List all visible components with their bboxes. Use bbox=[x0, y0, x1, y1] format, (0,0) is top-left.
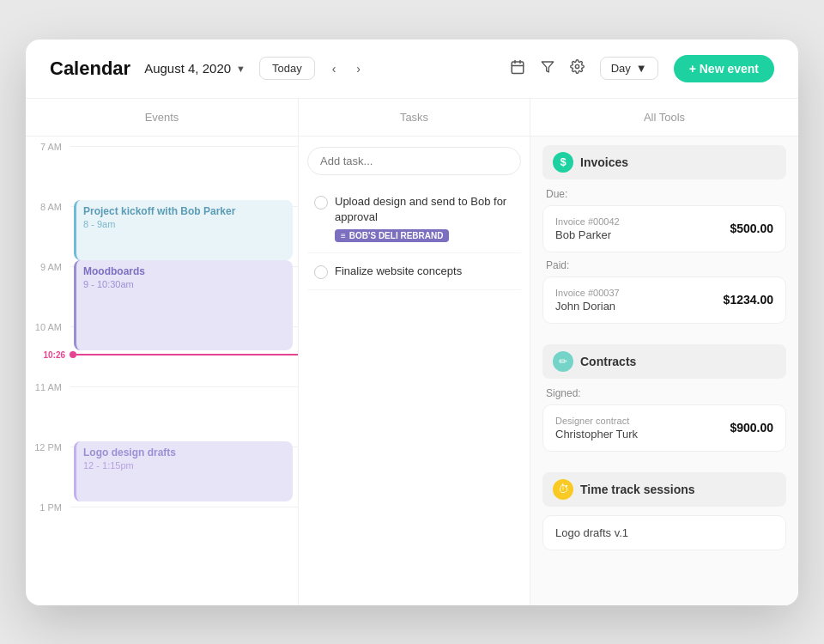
timetrack-row-1: Logo drafts v.1 bbox=[555, 526, 773, 539]
time-label-1pm: 1 PM bbox=[26, 501, 70, 513]
header: Calendar August 4, 2020 ▼ Today ‹ › bbox=[26, 39, 798, 99]
time-label-12pm: 12 PM bbox=[26, 440, 70, 453]
event-project-kickoff-time: 8 - 9am bbox=[83, 219, 286, 229]
tasks-area: Upload design and send to Bob for approv… bbox=[299, 137, 530, 301]
task-1-checkbox[interactable] bbox=[314, 196, 328, 210]
timetrack-card-1[interactable]: Logo drafts v.1 bbox=[542, 515, 786, 550]
invoices-due-label: Due: bbox=[542, 188, 786, 205]
time-label-8am: 8 AM bbox=[26, 200, 70, 212]
invoice-card-1[interactable]: Invoice #00042 Bob Parker $500.00 bbox=[542, 205, 786, 252]
prev-arrow-button[interactable]: ‹ bbox=[329, 58, 340, 79]
time-divider-7am bbox=[70, 146, 298, 147]
task-2-label: Finalize website concepts bbox=[335, 264, 514, 279]
invoice-2-name: John Dorian bbox=[555, 300, 620, 313]
tools-column: All Tools $ Invoices Due: Invoice #00042… bbox=[530, 99, 798, 605]
invoices-icon: $ bbox=[553, 152, 573, 173]
tasks-column: Tasks Upload design and send to Bob for … bbox=[299, 99, 530, 605]
view-chevron-icon: ▼ bbox=[636, 62, 647, 75]
invoices-section: $ Invoices Due: Invoice #00042 Bob Parke… bbox=[530, 137, 798, 336]
contract-card-1[interactable]: Designer contract Christopher Turk $900.… bbox=[542, 404, 786, 452]
invoices-title: Invoices bbox=[580, 155, 628, 169]
timetrack-section: ⏱ Time track sessions Logo drafts v.1 bbox=[530, 464, 798, 562]
event-moodboards[interactable]: Moodboards 9 - 10:30am bbox=[74, 260, 293, 350]
event-logo-title: Logo design drafts bbox=[83, 447, 286, 459]
invoices-paid-label: Paid: bbox=[542, 259, 786, 276]
time-divider-1pm bbox=[70, 507, 298, 507]
contracts-icon: ✏ bbox=[553, 351, 573, 372]
time-divider-11am bbox=[70, 386, 298, 387]
svg-point-5 bbox=[575, 64, 579, 68]
date-selector[interactable]: August 4, 2020 ▼ bbox=[144, 61, 245, 76]
task-item-2: Finalize website concepts bbox=[307, 253, 521, 290]
chevron-down-icon: ▼ bbox=[236, 64, 245, 74]
events-column: Events 7 AM 8 AM 9 AM bbox=[26, 99, 299, 605]
invoice-2-amount: $1234.00 bbox=[724, 293, 773, 307]
date-label: August 4, 2020 bbox=[144, 61, 231, 76]
contracts-section-header[interactable]: ✏ Contracts bbox=[542, 344, 786, 379]
contracts-signed-label: Signed: bbox=[542, 387, 786, 404]
invoice-2-number: Invoice #00037 bbox=[555, 288, 620, 298]
event-logo-design[interactable]: Logo design drafts 12 - 1:15pm bbox=[74, 441, 293, 501]
event-logo-time: 12 - 1:15pm bbox=[83, 460, 286, 471]
invoice-1-amount: $500.00 bbox=[730, 222, 773, 235]
invoice-1-name: Bob Parker bbox=[555, 228, 620, 241]
timetrack-title: Time track sessions bbox=[580, 483, 695, 496]
tools-column-header: All Tools bbox=[530, 99, 798, 137]
svg-marker-4 bbox=[542, 62, 553, 72]
event-project-kickoff[interactable]: Project kickoff with Bob Parker 8 - 9am bbox=[74, 200, 293, 260]
contract-row-1: Designer contract Christopher Turk $900.… bbox=[555, 416, 773, 440]
time-row-1pm: 1 PM bbox=[26, 501, 298, 561]
svg-rect-0 bbox=[512, 62, 524, 74]
timetrack-1-name: Logo drafts v.1 bbox=[555, 526, 628, 539]
contracts-section: ✏ Contracts Signed: Designer contract Ch… bbox=[530, 336, 798, 464]
invoice-1-number: Invoice #00042 bbox=[555, 216, 620, 227]
main-columns: Events 7 AM 8 AM 9 AM bbox=[26, 99, 798, 605]
task-1-label: Upload design and send to Bob for approv… bbox=[335, 194, 514, 225]
task-1-tag-label: BOB'S DELI REBRAND bbox=[349, 231, 444, 240]
task-1-content: Upload design and send to Bob for approv… bbox=[335, 194, 514, 242]
tag-icon: ≡ bbox=[341, 231, 346, 240]
timetrack-icon: ⏱ bbox=[553, 479, 573, 500]
time-label-9am: 9 AM bbox=[26, 260, 70, 272]
time-label-7am: 7 AM bbox=[26, 140, 70, 152]
contract-1-name: Christopher Turk bbox=[555, 428, 638, 440]
task-2-content: Finalize website concepts bbox=[335, 264, 514, 279]
new-event-button[interactable]: + New event bbox=[674, 55, 774, 82]
task-2-checkbox[interactable] bbox=[314, 265, 328, 279]
app-window: Calendar August 4, 2020 ▼ Today ‹ › bbox=[26, 39, 798, 605]
app-title: Calendar bbox=[50, 58, 130, 80]
invoice-row-1: Invoice #00042 Bob Parker $500.00 bbox=[555, 216, 773, 241]
event-project-kickoff-title: Project kickoff with Bob Parker bbox=[83, 205, 286, 217]
invoices-section-header[interactable]: $ Invoices bbox=[542, 145, 786, 179]
contracts-title: Contracts bbox=[580, 355, 636, 368]
invoice-row-2: Invoice #00037 John Dorian $1234.00 bbox=[555, 288, 773, 313]
view-dropdown[interactable]: Day ▼ bbox=[600, 57, 658, 80]
tasks-column-header: Tasks bbox=[299, 99, 530, 137]
contract-1-amount: $900.00 bbox=[730, 421, 773, 434]
calendar-icon-button[interactable] bbox=[510, 59, 525, 78]
event-moodboards-time: 9 - 10:30am bbox=[83, 279, 286, 289]
view-label: Day bbox=[611, 62, 631, 75]
contract-1-number: Designer contract bbox=[555, 416, 638, 426]
header-icons: Day ▼ + New event bbox=[510, 55, 774, 82]
event-moodboards-title: Moodboards bbox=[83, 265, 286, 277]
time-label-11am: 11 AM bbox=[26, 380, 70, 392]
today-button[interactable]: Today bbox=[259, 57, 315, 80]
time-label-10am: 10 AM bbox=[26, 320, 70, 332]
time-row-7am: 7 AM bbox=[26, 140, 298, 200]
events-column-header: Events bbox=[26, 99, 298, 137]
timetrack-section-header[interactable]: ⏱ Time track sessions bbox=[542, 472, 786, 507]
invoice-card-2[interactable]: Invoice #00037 John Dorian $1234.00 bbox=[542, 276, 786, 324]
time-row-11am: 11 AM bbox=[26, 380, 298, 440]
next-arrow-button[interactable]: › bbox=[353, 58, 364, 79]
filter-icon-button[interactable] bbox=[541, 60, 554, 77]
add-task-input[interactable] bbox=[307, 147, 521, 175]
settings-icon-button[interactable] bbox=[570, 59, 585, 77]
task-1-tag[interactable]: ≡ BOB'S DELI REBRAND bbox=[335, 229, 449, 242]
task-item-1: Upload design and send to Bob for approv… bbox=[307, 184, 521, 253]
